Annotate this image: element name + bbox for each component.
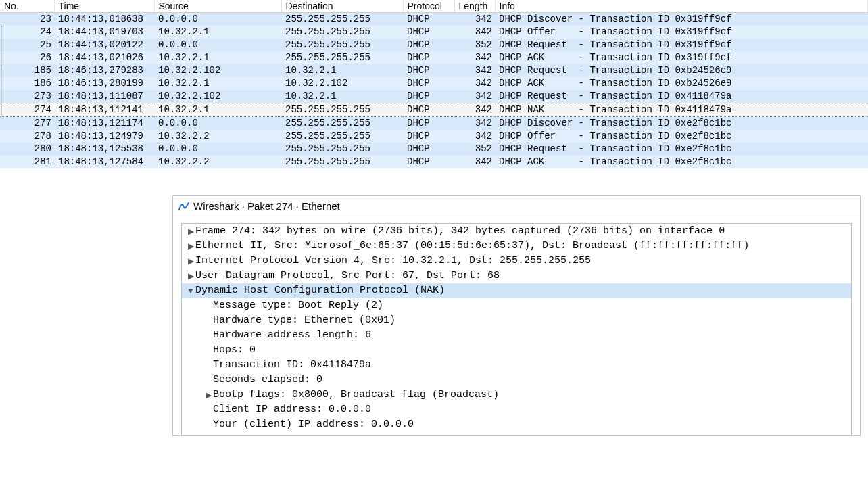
tree-row-label: User Datagram Protocol, Src Port: 67, Ds… — [195, 268, 500, 283]
cell: DHCP — [403, 77, 454, 90]
table-row[interactable]: 28018:48:13,1255380.0.0.0255.255.255.255… — [0, 143, 868, 156]
tree-row[interactable]: Seconds elapsed: 0 — [182, 373, 851, 387]
cell: 352 — [454, 143, 495, 156]
cell: 24 — [0, 26, 54, 39]
cell: 18:44:13,019703 — [54, 26, 154, 39]
packet-table[interactable]: No. Time Source Destination Protocol Len… — [0, 0, 868, 168]
caret-right-icon[interactable]: ▶ — [186, 268, 195, 283]
column-header-row[interactable]: No. Time Source Destination Protocol Len… — [0, 0, 868, 13]
table-row[interactable]: 28118:48:13,12758410.32.2.2255.255.255.2… — [0, 156, 868, 168]
cell: 342 — [454, 103, 495, 117]
table-row[interactable]: 2418:44:13,01970310.32.2.1255.255.255.25… — [0, 26, 868, 39]
tree-row-label: Transaction ID: 0x4118479a — [213, 358, 371, 373]
cell: DHCP Request - Transaction ID 0xb24526e9 — [495, 64, 868, 77]
table-row[interactable]: 27318:48:13,11108710.32.2.10210.32.2.1DH… — [0, 90, 868, 103]
tree-row[interactable]: Hardware address length: 6 — [182, 328, 851, 343]
caret-down-icon[interactable]: ▼ — [186, 283, 195, 298]
cell: 0.0.0.0 — [154, 117, 281, 131]
packet-details-window: Wireshark · Paket 274 · Ethernet ▶Frame … — [172, 195, 861, 436]
col-header-destination[interactable]: Destination — [281, 0, 403, 13]
col-header-info[interactable]: Info — [495, 0, 868, 13]
cell: 342 — [454, 64, 495, 77]
cell: 342 — [454, 156, 495, 168]
detail-window-titlebar[interactable]: Wireshark · Paket 274 · Ethernet — [173, 196, 860, 216]
packet-details-tree[interactable]: ▶Frame 274: 342 bytes on wire (2736 bits… — [181, 223, 852, 435]
cell: DHCP Request - Transaction ID 0x4118479a — [495, 90, 868, 103]
tree-row[interactable]: Your (client) IP address: 0.0.0.0 — [182, 417, 851, 432]
caret-right-icon[interactable]: ▶ — [186, 239, 195, 254]
cell: DHCP NAK - Transaction ID 0x4118479a — [495, 103, 868, 117]
cell: 10.32.2.1 — [154, 51, 281, 64]
cell: 255.255.255.255 — [281, 130, 403, 143]
cell: 352 — [454, 39, 495, 51]
table-row[interactable]: 2518:44:13,0201220.0.0.0255.255.255.255D… — [0, 39, 868, 51]
cell: 281 — [0, 156, 54, 168]
cell: 18:44:13,021026 — [54, 51, 154, 64]
cell: DHCP Discover - Transaction ID 0x319ff9c… — [495, 13, 868, 26]
tree-row-label: Internet Protocol Version 4, Src: 10.32.… — [195, 254, 591, 268]
tree-row[interactable]: ▶Internet Protocol Version 4, Src: 10.32… — [182, 254, 851, 268]
tree-row-label: Dynamic Host Configuration Protocol (NAK… — [195, 283, 445, 298]
packet-list-pane[interactable]: No. Time Source Destination Protocol Len… — [0, 0, 868, 168]
cell: 18:48:13,127584 — [54, 156, 154, 168]
col-header-protocol[interactable]: Protocol — [403, 0, 454, 13]
tree-row[interactable]: ▶User Datagram Protocol, Src Port: 67, D… — [182, 268, 851, 283]
col-header-source[interactable]: Source — [154, 0, 281, 13]
table-row[interactable]: 27818:48:13,12497910.32.2.2255.255.255.2… — [0, 130, 868, 143]
cell: 10.32.2.1 — [281, 64, 403, 77]
cell: DHCP ACK - Transaction ID 0xe2f8c1bc — [495, 156, 868, 168]
table-row[interactable]: 2318:44:13,0186380.0.0.0255.255.255.255D… — [0, 13, 868, 26]
tree-row-label: Your (client) IP address: 0.0.0.0 — [213, 417, 414, 432]
cell: 342 — [454, 51, 495, 64]
col-header-no[interactable]: No. — [0, 0, 54, 13]
table-row[interactable]: 2618:44:13,02102610.32.2.1255.255.255.25… — [0, 51, 868, 64]
table-row[interactable]: 18618:46:13,28019910.32.2.110.32.2.102DH… — [0, 77, 868, 90]
tree-row[interactable]: ▶Bootp flags: 0x8000, Broadcast flag (Br… — [182, 387, 851, 402]
table-row[interactable]: 27718:48:13,1211740.0.0.0255.255.255.255… — [0, 117, 868, 131]
cell: 0.0.0.0 — [154, 39, 281, 51]
cell: DHCP ACK - Transaction ID 0xb24526e9 — [495, 77, 868, 90]
cell: 18:48:13,112141 — [54, 103, 154, 117]
cell: 278 — [0, 130, 54, 143]
cell: DHCP — [403, 26, 454, 39]
table-row[interactable]: 18518:46:13,27928310.32.2.10210.32.2.1DH… — [0, 64, 868, 77]
tree-row[interactable]: ▶Ethernet II, Src: Microsof_6e:65:37 (00… — [182, 239, 851, 254]
cell: 255.255.255.255 — [281, 26, 403, 39]
cell: DHCP — [403, 13, 454, 26]
tree-row[interactable]: Hops: 0 — [182, 343, 851, 358]
cell: 342 — [454, 117, 495, 131]
tree-row[interactable]: Message type: Boot Reply (2) — [182, 298, 851, 313]
cell: 255.255.255.255 — [281, 51, 403, 64]
cell: 273 — [0, 90, 54, 103]
cell: 342 — [454, 26, 495, 39]
cell: 10.32.2.1 — [281, 90, 403, 103]
tree-row[interactable]: Hardware type: Ethernet (0x01) — [182, 313, 851, 328]
cell: 18:48:13,111087 — [54, 90, 154, 103]
cell: 342 — [454, 90, 495, 103]
tree-row[interactable]: ▶Frame 274: 342 bytes on wire (2736 bits… — [182, 224, 851, 239]
cell: 10.32.2.1 — [154, 77, 281, 90]
cell: DHCP — [403, 156, 454, 168]
table-row[interactable]: 27418:48:13,11214110.32.2.1255.255.255.2… — [0, 103, 868, 117]
caret-right-icon[interactable]: ▶ — [186, 224, 195, 239]
cell: DHCP — [403, 64, 454, 77]
col-header-length[interactable]: Length — [454, 0, 495, 13]
cell: 342 — [454, 77, 495, 90]
caret-right-icon[interactable]: ▶ — [186, 254, 195, 268]
cell: DHCP Request - Transaction ID 0x319ff9cf — [495, 39, 868, 51]
cell: DHCP Offer - Transaction ID 0xe2f8c1bc — [495, 130, 868, 143]
tree-row[interactable]: Client IP address: 0.0.0.0 — [182, 402, 851, 417]
cell: 18:48:13,121174 — [54, 117, 154, 131]
tree-row-label: Frame 274: 342 bytes on wire (2736 bits)… — [195, 224, 725, 239]
caret-right-icon[interactable]: ▶ — [203, 387, 213, 402]
tree-row[interactable]: ▼Dynamic Host Configuration Protocol (NA… — [182, 283, 851, 298]
tree-row[interactable]: Transaction ID: 0x4118479a — [182, 358, 851, 373]
tree-row-label: Hops: 0 — [213, 343, 256, 358]
col-header-time[interactable]: Time — [54, 0, 154, 13]
cell: 255.255.255.255 — [281, 13, 403, 26]
cell: DHCP Request - Transaction ID 0xe2f8c1bc — [495, 143, 868, 156]
cell: 274 — [0, 103, 54, 117]
detail-window-title: Wireshark · Paket 274 · Ethernet — [193, 200, 340, 212]
cell: 18:44:13,020122 — [54, 39, 154, 51]
cell: 10.32.2.102 — [154, 90, 281, 103]
